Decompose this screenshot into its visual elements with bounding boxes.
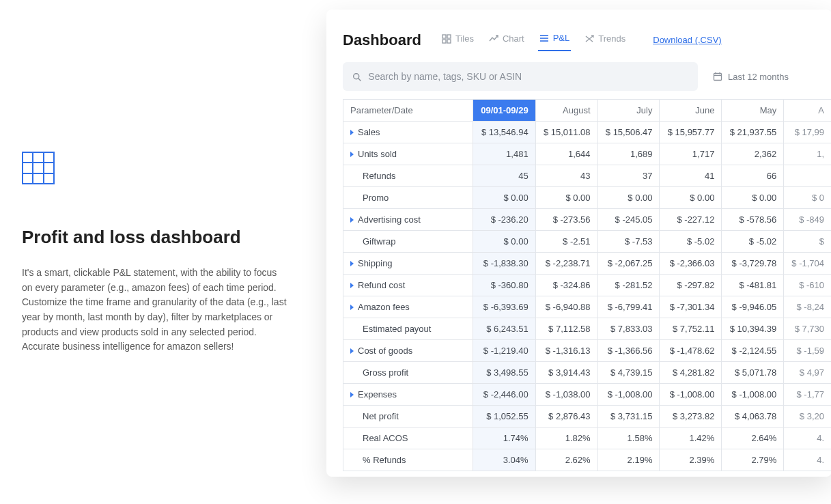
tab-tiles[interactable]: Tiles [440,29,475,51]
value-cell[interactable]: $ 1,052.55 [473,406,536,428]
value-cell[interactable]: $ -1,77 [784,384,831,406]
expand-caret-icon[interactable] [350,283,354,288]
value-cell[interactable]: $ 0.00 [473,187,536,209]
value-cell[interactable]: $ 0.00 [722,187,784,209]
value-cell[interactable]: $ -273.56 [535,209,597,231]
value-cell[interactable]: 2.62% [535,449,597,471]
value-cell[interactable]: $ 3,20 [784,406,831,428]
value-cell[interactable]: $ -5.02 [660,231,722,253]
column-header[interactable]: June [660,100,722,122]
value-cell[interactable]: $ -2,366.03 [660,253,722,275]
value-cell[interactable]: $ 4,97 [784,362,831,384]
value-cell[interactable]: $ -227.12 [660,209,722,231]
value-cell[interactable]: $ -6,799.41 [597,296,660,318]
value-cell[interactable]: $ 13,546.94 [473,122,536,143]
value-cell[interactable]: $ -297.82 [660,275,722,296]
value-cell[interactable]: $ -1,704 [784,253,831,275]
tab-chart[interactable]: Chart [488,29,526,51]
value-cell[interactable]: $ -1,478.62 [660,340,722,362]
value-cell[interactable]: $ -3,729.78 [722,253,784,275]
value-cell[interactable]: $ -1,219.40 [473,340,536,362]
column-header[interactable]: A [784,100,831,122]
value-cell[interactable]: 41 [660,165,722,187]
value-cell[interactable]: $ -245.05 [597,209,660,231]
expand-caret-icon[interactable] [350,305,354,310]
value-cell[interactable]: $ -360.80 [473,275,536,296]
value-cell[interactable]: $ -481.81 [722,275,784,296]
value-cell[interactable]: 1.74% [473,428,536,449]
value-cell[interactable]: $ 0.00 [660,187,722,209]
value-cell[interactable]: $ 3,498.55 [473,362,536,384]
parameter-cell[interactable]: Shipping [343,253,473,275]
value-cell[interactable]: $ 5,071.78 [722,362,784,384]
value-cell[interactable]: 3.04% [473,449,536,471]
column-header[interactable]: 09/01-09/29 [473,100,536,122]
parameter-cell[interactable]: Advertising cost [343,209,473,231]
value-cell[interactable]: 1.58% [597,428,660,449]
value-cell[interactable]: 2,362 [722,143,784,165]
value-cell[interactable]: 1.82% [535,428,597,449]
value-cell[interactable]: 43 [535,165,597,187]
value-cell[interactable]: $ -1,008.00 [722,384,784,406]
value-cell[interactable]: $ 15,957.77 [660,122,722,143]
column-header[interactable]: July [597,100,660,122]
value-cell[interactable]: 1.42% [660,428,722,449]
value-cell[interactable]: $ -281.52 [597,275,660,296]
value-cell[interactable]: $ 0.00 [473,231,536,253]
expand-caret-icon[interactable] [350,130,354,135]
value-cell[interactable]: 1,717 [660,143,722,165]
expand-caret-icon[interactable] [350,348,354,354]
value-cell[interactable]: $ -1,038.00 [535,384,597,406]
value-cell[interactable]: 1,481 [473,143,536,165]
value-cell[interactable]: $ -8,24 [784,296,831,318]
parameter-cell[interactable]: Cost of goods [343,340,473,362]
value-cell[interactable]: 1,689 [597,143,660,165]
tab-trends[interactable]: Trends [583,29,627,51]
expand-caret-icon[interactable] [350,392,354,397]
expand-caret-icon[interactable] [350,217,354,223]
parameter-cell[interactable]: Units sold [343,143,473,165]
value-cell[interactable]: $ -6,393.69 [473,296,536,318]
value-cell[interactable]: $ -324.86 [535,275,597,296]
value-cell[interactable]: $ -610 [784,275,831,296]
value-cell[interactable]: $ 15,011.08 [535,122,597,143]
value-cell[interactable]: 1, [784,143,831,165]
value-cell[interactable]: $ 15,506.47 [597,122,660,143]
download-csv-link[interactable]: Download (.CSV) [653,35,721,45]
value-cell[interactable]: $ 0 [784,187,831,209]
search-box[interactable] [343,62,698,91]
column-header[interactable]: August [535,100,597,122]
value-cell[interactable]: $ 3,273.82 [660,406,722,428]
value-cell[interactable]: $ 4,739.15 [597,362,660,384]
value-cell[interactable] [784,165,831,187]
value-cell[interactable]: $ -1,59 [784,340,831,362]
value-cell[interactable]: $ 4,281.82 [660,362,722,384]
value-cell[interactable]: $ 6,243.51 [473,318,536,340]
value-cell[interactable]: $ -236.20 [473,209,536,231]
value-cell[interactable]: 66 [722,165,784,187]
value-cell[interactable]: $ -2,067.25 [597,253,660,275]
value-cell[interactable]: $ 7,833.03 [597,318,660,340]
value-cell[interactable]: 4. [784,428,831,449]
value-cell[interactable]: 45 [473,165,536,187]
value-cell[interactable]: $ 10,394.39 [722,318,784,340]
column-header[interactable]: May [722,100,784,122]
value-cell[interactable]: $ -1,366.56 [597,340,660,362]
parameter-cell[interactable]: Sales [343,122,473,143]
value-cell[interactable]: $ -9,946.05 [722,296,784,318]
parameter-cell[interactable]: Expenses [343,384,473,406]
value-cell[interactable]: $ 0.00 [535,187,597,209]
value-cell[interactable]: 2.64% [722,428,784,449]
value-cell[interactable]: $ -2,124.55 [722,340,784,362]
value-cell[interactable]: $ -5.02 [722,231,784,253]
value-cell[interactable]: $ -2.51 [535,231,597,253]
tab-pl[interactable]: P&L [538,29,572,51]
parameter-cell[interactable]: Amazon fees [343,296,473,318]
value-cell[interactable]: $ 0.00 [597,187,660,209]
value-cell[interactable]: 2.39% [660,449,722,471]
value-cell[interactable]: $ 4,063.78 [722,406,784,428]
value-cell[interactable]: $ [784,231,831,253]
value-cell[interactable]: $ 7,730 [784,318,831,340]
date-range-filter[interactable]: Last 12 months [713,72,789,82]
value-cell[interactable]: $ 2,876.43 [535,406,597,428]
